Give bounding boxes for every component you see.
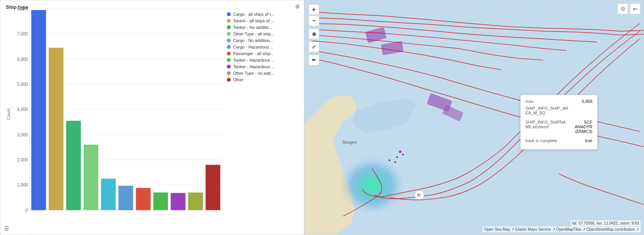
settings-icon-chart[interactable]: ⚙ [295, 3, 300, 10]
chart-svg-container: 0 1,000 2,000 3,000 4,000 5,000 6,000 7,… [14, 0, 227, 227]
legend-item-3: Other Type - all ship... [227, 32, 302, 36]
legend-item-7: Tanker - Hazardous ... [227, 58, 302, 62]
legend-item-0: Cargo - all ships of t... [227, 12, 302, 17]
chart-svg: 0 1,000 2,000 3,000 4,000 5,000 6,000 7,… [14, 0, 227, 227]
map-coordinates: lat: 57.70066, lon: 11.0422, zoom: 9.83 [571, 220, 641, 226]
tooltip-name-label: SHIP_INFO_SHIPNAME.keyword [525, 120, 566, 134]
legend-label-0: Cargo - all ships of t... [233, 12, 274, 17]
bar-tanker-no-add[interactable] [66, 121, 81, 210]
tooltip-track-label: track is complete [525, 138, 557, 143]
settings-icon-map[interactable]: ⚙ [617, 3, 628, 14]
map-controls: + − ⊕ ⤢ ✏ [309, 4, 319, 65]
legend-dot-0 [227, 12, 231, 16]
legend-item-9: Other Type - no add... [227, 71, 302, 76]
tooltip-row-area: SHIP_INFO_SHIP_AREA_M_SQ [525, 106, 592, 115]
legend-item-6: Passenger - all ship... [227, 51, 302, 56]
legend-label-3: Other Type - all ship... [233, 32, 274, 36]
tooltip-area-label: SHIP_INFO_SHIP_AREA_M_SQ [525, 106, 568, 115]
svg-point-30 [396, 156, 398, 158]
legend-dot-2 [227, 25, 231, 29]
legend-item-10: Other [227, 77, 302, 82]
draw-button[interactable]: ✏ [309, 55, 319, 65]
legend-item-4: Cargo - No addition... [227, 38, 302, 43]
legend-dot-10 [227, 78, 231, 82]
legend-label-7: Tanker - Hazardous ... [233, 58, 275, 62]
legend-label-8: Tanker - Hazardous ... [233, 64, 275, 69]
svg-text:6,000: 6,000 [17, 57, 28, 61]
svg-text:1,000: 1,000 [17, 183, 28, 187]
bar-other-type-no-add[interactable] [188, 193, 203, 210]
legend-label-2: Tanker - No additio... [233, 25, 272, 30]
legend-dot-1 [227, 19, 231, 23]
svg-text:2,000: 2,000 [17, 158, 28, 162]
svg-text:8,000: 8,000 [17, 7, 28, 11]
legend-item-8: Tanker - Hazardous ... [227, 64, 302, 69]
legend-item-5: Cargo - Hazardous ... [227, 45, 302, 49]
locate-button[interactable]: ⊕ [309, 29, 319, 39]
svg-text:0: 0 [25, 208, 28, 212]
legend-label-4: Cargo - No addition... [233, 38, 273, 43]
legend-item-1: Tanker - all ships of ... [227, 18, 302, 23]
map-attribution: Open Sea Map ↗ Elastic Maps Service ↗ Op… [483, 227, 641, 232]
svg-text:4,000: 4,000 [17, 107, 28, 112]
tooltip-max-value: 5,856 [582, 99, 592, 104]
legend-label-9: Other Type - no add... [233, 71, 274, 76]
tooltip-row-max: max 5,856 [525, 99, 592, 104]
svg-point-27 [337, 154, 407, 216]
svg-text:7,000: 7,000 [17, 32, 28, 36]
legend-dot-7 [227, 58, 231, 62]
tooltip-row-track: track is complete true [525, 138, 592, 143]
legend-label-10: Other [233, 77, 244, 82]
bar-cargo-no-add[interactable] [101, 179, 116, 210]
legend-label-5: Cargo - Hazardous ... [233, 45, 273, 49]
bar-other[interactable] [206, 165, 220, 210]
bar-tanker-haz1[interactable] [153, 193, 168, 210]
legend-item-2: Tanker - No additio... [227, 25, 302, 30]
svg-point-29 [402, 154, 404, 155]
svg-text:N↑: N↑ [417, 193, 422, 197]
bar-cargo-all[interactable] [31, 10, 46, 210]
legend-label-1: Tanker - all ships of ... [233, 18, 274, 23]
svg-point-32 [394, 161, 396, 163]
zoom-in-button[interactable]: + [309, 4, 319, 15]
legend-dot-4 [227, 39, 231, 42]
svg-text:Skagen: Skagen [342, 140, 357, 144]
collapse-button[interactable]: ⇐ [630, 3, 641, 14]
legend-label-6: Passenger - all ship... [233, 51, 274, 56]
bar-other-type-all[interactable] [84, 145, 98, 210]
tooltip-max-label: max [525, 99, 533, 104]
bar-passenger-all[interactable] [136, 188, 151, 210]
legend: Cargo - all ships of t... Tanker - all s… [227, 12, 302, 84]
map-tooltip: max 5,856 SHIP_INFO_SHIP_AREA_M_SQ SHIP_… [520, 95, 597, 149]
attribution-text: Open Sea Map ↗ Elastic Maps Service ↗ Op… [484, 227, 639, 232]
expand-button[interactable]: ⤢ [309, 42, 319, 52]
bar-tanker-haz2[interactable] [171, 193, 185, 210]
chart-panel: Ship type ⚙ Count 0 1,000 2,000 3,000 4,… [0, 0, 304, 235]
svg-text:5,000: 5,000 [17, 82, 28, 87]
legend-dot-3 [227, 32, 231, 36]
legend-dot-8 [227, 65, 231, 69]
svg-point-28 [399, 151, 401, 153]
svg-text:3,000: 3,000 [17, 132, 28, 137]
tooltip-name-value: SCFANADYR(D5MC3) [575, 120, 592, 134]
zoom-out-button[interactable]: − [309, 15, 319, 26]
map-panel[interactable]: Skagen N↑ + − ⊕ ⤢ ✏ ⚙ ⇐ max 5,856 SHIP_I… [304, 0, 644, 235]
bar-tanker-all[interactable] [49, 48, 63, 210]
legend-dot-6 [227, 52, 231, 55]
y-axis-label: Count [6, 109, 11, 120]
svg-point-31 [389, 159, 390, 161]
bar-cargo-haz[interactable] [118, 186, 133, 210]
tooltip-track-value: true [585, 138, 592, 143]
list-icon[interactable]: ☰ [4, 225, 9, 232]
legend-dot-5 [227, 45, 231, 49]
legend-dot-9 [227, 71, 231, 75]
tooltip-row-name: SHIP_INFO_SHIPNAME.keyword SCFANADYR(D5M… [525, 120, 592, 134]
